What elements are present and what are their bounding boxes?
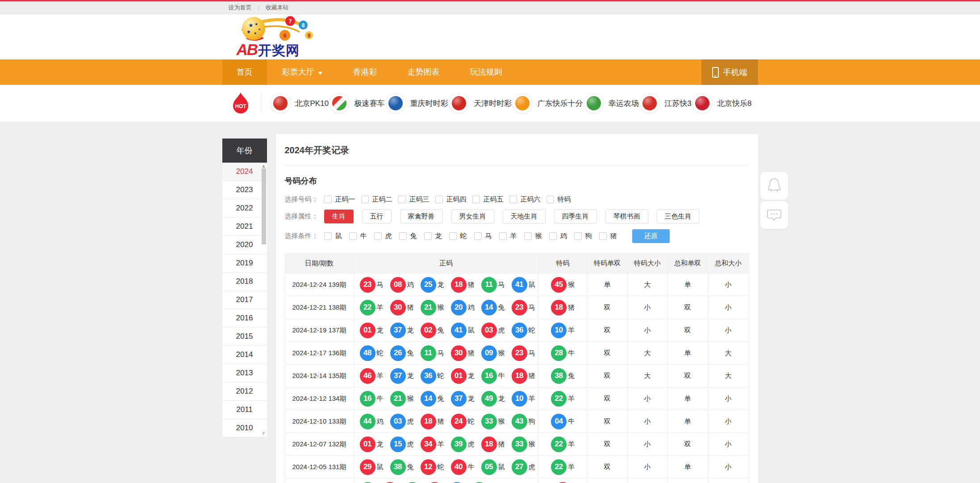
checkbox-虎[interactable]: 虎 bbox=[374, 232, 392, 240]
year-item-2018[interactable]: 2018 bbox=[222, 273, 267, 291]
checkbox-羊[interactable]: 羊 bbox=[499, 232, 517, 240]
checkbox-鼠[interactable]: 鼠 bbox=[324, 232, 342, 240]
table-row: 2024-12-24 139期23马08鸡25龙18猪11马41鼠45猴单大单小 bbox=[285, 273, 749, 296]
favorite-link[interactable]: 收藏本站 bbox=[259, 4, 295, 12]
stat-cell-0: 双 bbox=[588, 342, 628, 364]
table-header-特码: 特码 bbox=[539, 254, 588, 273]
number-ball: 37 bbox=[390, 323, 406, 338]
year-item-2010[interactable]: 2010 bbox=[222, 419, 267, 437]
number-ball-pair: 44鸡 bbox=[360, 414, 384, 429]
attr-button-天地生肖[interactable]: 天地生肖 bbox=[503, 210, 546, 223]
year-item-2019[interactable]: 2019 bbox=[222, 254, 267, 273]
attr-button-家禽野兽[interactable]: 家禽野兽 bbox=[400, 210, 443, 223]
nav-item-香港彩[interactable]: 香港彩 bbox=[338, 59, 392, 85]
sidebar-scrollbar[interactable]: ∧∨ bbox=[261, 163, 267, 437]
checkbox-label: 正码四 bbox=[446, 195, 467, 204]
year-item-2012[interactable]: 2012 bbox=[222, 382, 267, 401]
number-ball-pair: 11马 bbox=[421, 345, 444, 361]
checkbox-猪[interactable]: 猪 bbox=[599, 232, 617, 240]
hot-item-天津时时彩[interactable]: 天津时时彩 bbox=[449, 93, 512, 113]
attr-button-四季生肖[interactable]: 四季生肖 bbox=[554, 210, 597, 223]
year-item-2023[interactable]: 2023 bbox=[222, 181, 267, 199]
number-ball-pair: 38兔 bbox=[390, 459, 414, 475]
scrollbar-thumb[interactable] bbox=[262, 168, 266, 244]
hot-item-广东快乐十分[interactable]: 广东快乐十分 bbox=[512, 93, 583, 113]
svg-text:★: ★ bbox=[254, 31, 257, 35]
checkbox-马[interactable]: 马 bbox=[474, 232, 492, 240]
stat-cell-0: 双 bbox=[588, 296, 628, 319]
nav-item-首页[interactable]: 首页 bbox=[222, 59, 267, 85]
year-item-2013[interactable]: 2013 bbox=[222, 364, 267, 382]
mobile-site-label: 手机端 bbox=[723, 67, 747, 78]
checkbox-正码一[interactable]: 正码一 bbox=[324, 195, 355, 204]
reset-button[interactable]: 还原 bbox=[632, 229, 670, 243]
number-ball-pair: 10羊 bbox=[512, 391, 535, 407]
hot-item-重庆时时彩[interactable]: 重庆时时彩 bbox=[385, 93, 448, 113]
checkbox-龙[interactable]: 龙 bbox=[424, 232, 442, 240]
zodiac-label: 龙 bbox=[377, 440, 384, 449]
nav-item-玩法规则[interactable]: 玩法规则 bbox=[455, 59, 517, 85]
special-number-cell: 10羊 bbox=[539, 319, 588, 341]
checkbox-label: 马 bbox=[485, 232, 492, 240]
number-ball: 22 bbox=[551, 437, 567, 452]
hot-item-北京PK10[interactable]: 北京PK10 bbox=[270, 93, 329, 113]
checkbox-牛[interactable]: 牛 bbox=[349, 232, 367, 240]
attr-button-男女生肖[interactable]: 男女生肖 bbox=[451, 210, 494, 223]
zodiac-label: 马 bbox=[438, 349, 444, 357]
zodiac-label: 鸡 bbox=[407, 281, 414, 289]
checkbox-正码四[interactable]: 正码四 bbox=[435, 195, 467, 204]
checkbox-正码三[interactable]: 正码三 bbox=[398, 195, 430, 204]
checkbox-狗[interactable]: 狗 bbox=[574, 232, 592, 240]
hot-item-江苏快3[interactable]: 江苏快3 bbox=[639, 93, 691, 113]
number-ball-pair: 18猪 bbox=[451, 277, 475, 293]
year-item-2011[interactable]: 2011 bbox=[222, 401, 267, 419]
set-home-link[interactable]: 设为首页 bbox=[222, 4, 258, 12]
checkbox-label: 兔 bbox=[410, 232, 417, 240]
year-item-2015[interactable]: 2015 bbox=[222, 328, 267, 346]
number-ball: 16 bbox=[360, 391, 375, 407]
checkbox-正码五[interactable]: 正码五 bbox=[472, 195, 504, 204]
qq-float-button[interactable] bbox=[760, 172, 788, 200]
special-number-cell: 18猪 bbox=[539, 296, 588, 319]
year-item-2022[interactable]: 2022 bbox=[222, 199, 267, 218]
site-logo[interactable]: ★ ★ ★ ★ ★ 7869 AB 开奖网 bbox=[236, 14, 316, 60]
attr-button-琴棋书画[interactable]: 琴棋书画 bbox=[605, 210, 648, 223]
hot-item-极速赛车[interactable]: 极速赛车 bbox=[329, 93, 384, 113]
chat-float-button[interactable] bbox=[760, 201, 788, 229]
number-ball: 14 bbox=[421, 391, 436, 407]
hot-item-幸运农场[interactable]: 幸运农场 bbox=[584, 93, 639, 113]
year-item-2024[interactable]: 2024 bbox=[222, 163, 267, 181]
number-ball-pair: 38兔 bbox=[551, 368, 575, 384]
year-item-2017[interactable]: 2017 bbox=[222, 291, 267, 309]
zodiac-label: 羊 bbox=[568, 395, 575, 403]
year-item-2020[interactable]: 2020 bbox=[222, 236, 267, 254]
zodiac-label: 鼠 bbox=[529, 281, 535, 289]
checkbox-蛇[interactable]: 蛇 bbox=[449, 232, 467, 240]
checkbox-正码二[interactable]: 正码二 bbox=[361, 195, 392, 204]
scroll-down-arrow[interactable]: ∨ bbox=[261, 430, 267, 435]
attr-button-三色生肖[interactable]: 三色生肖 bbox=[657, 210, 700, 223]
hot-item-北京快乐8[interactable]: 北京快乐8 bbox=[692, 93, 751, 113]
table-header-特码大小: 特码大小 bbox=[628, 254, 668, 273]
checkbox-兔[interactable]: 兔 bbox=[399, 232, 417, 240]
special-number-cell: 22羊 bbox=[539, 387, 588, 410]
number-ball-pair: 02兔 bbox=[421, 323, 444, 338]
year-item-2021[interactable]: 2021 bbox=[222, 218, 267, 236]
year-item-2014[interactable]: 2014 bbox=[222, 346, 267, 364]
attr-button-生肖[interactable]: 生肖 bbox=[324, 210, 354, 223]
lottery-icon-circle bbox=[695, 96, 709, 110]
checkbox-特码[interactable]: 特码 bbox=[546, 195, 571, 204]
year-item-2016[interactable]: 2016 bbox=[222, 309, 267, 328]
svg-text:8: 8 bbox=[301, 22, 304, 29]
number-ball-pair: 18猪 bbox=[512, 368, 535, 384]
checkbox-鸡[interactable]: 鸡 bbox=[549, 232, 567, 240]
attr-button-五行[interactable]: 五行 bbox=[362, 210, 392, 223]
site-header: ★ ★ ★ ★ ★ 7869 AB 开奖网 bbox=[0, 14, 980, 59]
checkbox-正码六[interactable]: 正码六 bbox=[509, 195, 541, 204]
nav-item-走势图表[interactable]: 走势图表 bbox=[392, 59, 455, 85]
mobile-site-button[interactable]: 手机端 bbox=[701, 59, 758, 85]
number-ball-pair: 20鸡 bbox=[451, 300, 475, 315]
nav-item-彩票大厅[interactable]: 彩票大厅▼ bbox=[267, 59, 338, 85]
special-number-cell: 04牛 bbox=[539, 410, 588, 433]
checkbox-猴[interactable]: 猴 bbox=[524, 232, 542, 240]
